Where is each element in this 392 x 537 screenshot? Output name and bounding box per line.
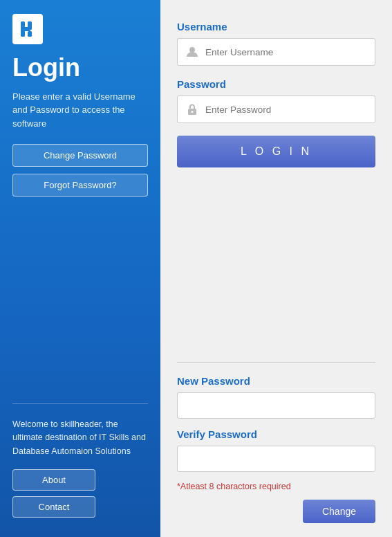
change-button-row: Change (177, 500, 375, 523)
spacer (177, 181, 375, 362)
username-input-wrapper (177, 38, 375, 66)
verify-password-label: Verify Password (177, 428, 375, 440)
right-panel: Username Password L O G I N New Password… (160, 0, 392, 537)
app-title: Login (12, 54, 148, 82)
change-password-button[interactable]: Change Password (12, 144, 148, 167)
section-divider (177, 362, 375, 363)
username-input[interactable] (205, 47, 368, 57)
logo-icon (12, 14, 43, 44)
lock-icon (185, 102, 200, 117)
forgot-password-button[interactable]: Forgot Password? (12, 174, 148, 197)
contact-button[interactable]: Contact (12, 496, 95, 518)
error-text: *Atleast 8 charactors required (177, 482, 375, 491)
svg-point-4 (189, 47, 195, 53)
user-icon (185, 44, 200, 60)
new-password-label: New Password (177, 375, 375, 387)
change-button[interactable]: Change (303, 500, 375, 523)
left-panel: Login Please enter a valid Username and … (0, 0, 160, 537)
new-password-section: New Password Verify Password *Atleast 8 … (177, 375, 375, 523)
svg-rect-3 (21, 27, 30, 31)
password-input[interactable] (205, 104, 368, 115)
password-input-wrapper (177, 95, 375, 123)
logo-area (12, 14, 148, 44)
svg-rect-2 (28, 31, 32, 37)
new-password-input[interactable] (177, 392, 375, 419)
left-bottom: Welcome to skillheader, the ultimate des… (12, 403, 148, 523)
app-description: Please enter a valid Username and Passwo… (12, 90, 148, 131)
about-button[interactable]: About (12, 469, 95, 491)
verify-password-input[interactable] (177, 446, 375, 472)
welcome-text: Welcome to skillheader, the ultimate des… (12, 418, 148, 458)
login-button[interactable]: L O G I N (177, 136, 375, 167)
username-label: Username (177, 21, 375, 33)
password-label: Password (177, 78, 375, 90)
svg-point-6 (192, 111, 194, 113)
